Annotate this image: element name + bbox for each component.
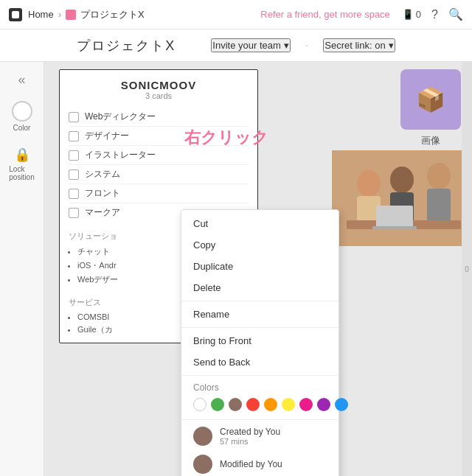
checkbox-2[interactable] (69, 131, 79, 141)
colors-section-label: Colors (181, 378, 339, 395)
app-logo (9, 8, 22, 21)
context-menu-rename[interactable]: Rename (181, 304, 339, 325)
list-item[interactable]: フロント (69, 184, 249, 203)
list-item[interactable]: システム (69, 165, 249, 184)
list-item[interactable]: Webディレクター (69, 108, 249, 127)
swatch-green[interactable] (211, 398, 224, 411)
swatch-white[interactable] (193, 398, 206, 411)
checkbox-6[interactable] (69, 208, 79, 218)
card-title: SONICMOOV (66, 79, 251, 91)
context-menu-divider-2 (181, 327, 339, 328)
checkbox-4[interactable] (69, 169, 79, 180)
main-area: « Color 🔒 Lockposition SONICMOOV 3 cards… (0, 62, 472, 476)
swatch-blue[interactable] (335, 398, 348, 411)
color-label: Color (13, 124, 31, 132)
context-menu-divider-4 (181, 419, 339, 420)
modified-by-meta: Modified by You (181, 450, 339, 476)
sidebar-item-color[interactable]: Color (7, 95, 37, 138)
created-by-label: Created by You (220, 427, 280, 437)
swatch-red[interactable] (246, 398, 260, 411)
context-menu-cut[interactable]: Cut (181, 213, 339, 234)
left-sidebar: « Color 🔒 Lockposition (0, 62, 44, 476)
lock-icon: 🔒 (14, 147, 30, 163)
checkbox-1[interactable] (69, 112, 79, 122)
context-menu-duplicate[interactable]: Duplicate (181, 256, 339, 277)
created-by-meta: Created by You 57 mins (181, 422, 339, 450)
lock-label: Lockposition (9, 165, 34, 181)
created-time: 57 mins (220, 437, 280, 446)
device-icon: 📱 (402, 9, 414, 20)
svg-rect-9 (376, 206, 413, 228)
top-nav: Home › プロジェクトX Refer a friend, get more … (0, 0, 472, 29)
canvas-area[interactable]: SONICMOOV 3 cards Webディレクター デザイナー イラストレー… (44, 62, 472, 476)
card-header: SONICMOOV 3 cards (60, 70, 257, 103)
image-card-icon: 📦 (400, 69, 461, 130)
created-by-avatar (193, 427, 212, 446)
project-title: プロジェクトX (77, 37, 176, 55)
color-circle-icon (12, 101, 32, 122)
breadcrumb: Home › プロジェクトX (28, 8, 145, 21)
context-menu: Cut Copy Duplicate Delete Rename Bring t… (181, 209, 339, 476)
svg-point-6 (427, 163, 451, 189)
color-swatches (181, 395, 339, 417)
modified-by-avatar (193, 455, 212, 474)
search-icon[interactable]: 🔍 (448, 7, 463, 21)
sidebar-collapse-button[interactable]: « (13, 68, 30, 92)
list-item[interactable]: イラストレーター (69, 146, 249, 165)
swatch-purple[interactable] (317, 398, 330, 411)
swatch-pink[interactable] (299, 398, 313, 411)
checkbox-3[interactable] (69, 150, 79, 161)
image-card[interactable]: 📦 画像 0 cards (400, 69, 461, 161)
svg-rect-7 (427, 189, 451, 222)
home-link[interactable]: Home (28, 9, 54, 20)
device-icon-group[interactable]: 📱 0 (402, 9, 421, 20)
help-icon[interactable]: ? (431, 8, 438, 21)
swatch-yellow[interactable] (282, 398, 295, 411)
context-menu-divider-1 (181, 301, 339, 301)
context-menu-copy[interactable]: Copy (181, 234, 339, 256)
project-breadcrumb[interactable]: プロジェクトX (80, 8, 145, 21)
sidebar-item-lock[interactable]: 🔒 Lockposition (4, 141, 38, 187)
list-item[interactable]: デザイナー (69, 127, 249, 146)
modified-by-label: Modified by You (220, 459, 282, 469)
second-toolbar: プロジェクトX Invite your team ▾ · Secret link… (0, 29, 472, 62)
checkbox-5[interactable] (69, 189, 79, 199)
secret-link-button[interactable]: Secret link: on ▾ (323, 38, 395, 52)
svg-rect-10 (372, 226, 417, 229)
device-count: 0 (416, 9, 421, 20)
nav-icons: 📱 0 ? 🔍 (402, 7, 463, 21)
context-menu-divider-3 (181, 375, 339, 376)
svg-point-4 (390, 167, 414, 193)
breadcrumb-sep: › (58, 9, 61, 20)
canvas-photo (332, 150, 472, 246)
project-color-dot (66, 10, 76, 20)
context-menu-bring-to-front[interactable]: Bring to Front (181, 330, 339, 351)
swatch-orange[interactable] (264, 398, 277, 411)
card-checklist: Webディレクター デザイナー イラストレーター システム フロント (60, 103, 257, 226)
refer-friend-link[interactable]: Refer a friend, get more space (260, 9, 390, 20)
card-count: 3 cards (66, 91, 251, 100)
invite-team-button[interactable]: Invite your team ▾ (211, 38, 291, 52)
photo-people (332, 150, 472, 246)
image-card-label: 画像 (421, 134, 440, 147)
svg-point-2 (357, 170, 381, 197)
context-menu-delete[interactable]: Delete (181, 277, 339, 298)
swatch-brown[interactable] (229, 398, 242, 411)
right-panel-hint: 0 (462, 62, 472, 476)
right-panel-badge: 0 (465, 265, 469, 273)
context-menu-send-to-back[interactable]: Send to Back (181, 351, 339, 373)
